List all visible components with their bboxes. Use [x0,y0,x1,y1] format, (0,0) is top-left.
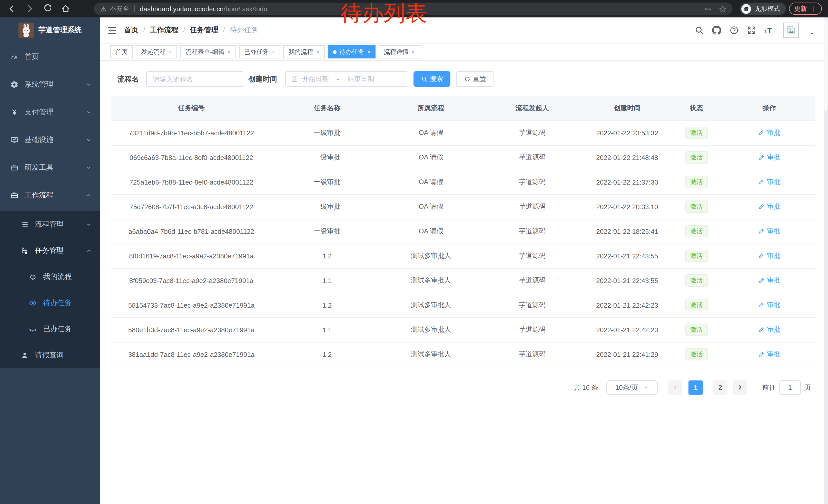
approve-link[interactable]: 审批 [758,350,780,359]
cell-created: 2022-01-22 23:53:32 [585,121,669,145]
prev-page-button[interactable] [668,380,682,395]
sidebar-item-workflow[interactable]: 工作流程 [0,182,100,209]
browser-reload-icon[interactable] [43,4,52,13]
sidebar-item-process-mgmt[interactable]: 流程管理 [0,211,100,237]
approve-link[interactable]: 审批 [758,301,780,310]
tab-3[interactable]: 已办任务 × [239,45,280,58]
help-icon[interactable] [729,26,739,35]
approve-link[interactable]: 审批 [758,227,780,236]
tab-close-icon[interactable]: × [367,49,371,55]
tab-close-icon[interactable]: × [411,49,415,55]
col-task-id: 任务编号 [111,96,272,121]
sidebar-item-task-mgmt[interactable]: 任务管理 [0,237,100,264]
cell-process: 测试多审批人 [382,342,480,367]
status-badge: 激活 [685,348,708,360]
tab-close-icon[interactable]: × [316,49,320,55]
date-range-picker[interactable]: 开始日期 - 结束日期 [285,71,408,87]
breadcrumb-item[interactable]: 首页 [124,26,138,34]
cell-status: 激活 [669,293,723,317]
browser-back-icon[interactable] [7,4,16,13]
table-row: 8f0d1619-7ac8-11ec-a9e2-a2380e71991a 1.2… [111,243,815,268]
browser-menu-icon[interactable] [810,5,817,12]
tab-6[interactable]: 流程详情 × [379,45,420,58]
cell-starter: 芋道源码 [480,317,585,342]
font-size-icon[interactable]: TT [764,27,772,34]
search-icon[interactable] [694,26,704,35]
approve-link[interactable]: 审批 [758,128,780,137]
calendar-icon [291,75,298,83]
fullscreen-icon[interactable] [747,26,756,35]
avatar[interactable] [783,22,799,38]
reset-button[interactable]: 重置 [456,71,494,87]
url-text: dashboard.yudao.iocoder.cn/bpm/task/todo [140,5,267,12]
breadcrumb-item[interactable]: 工作流程 [150,26,178,34]
tab-1[interactable]: 发起流程 × [136,45,177,58]
approve-link[interactable]: 审批 [758,276,780,285]
tab-5[interactable]: 待办任务 × [328,45,376,58]
bookmark-star-icon[interactable] [719,5,727,12]
approve-link[interactable]: 审批 [758,202,780,211]
browser-home-icon[interactable] [61,4,70,13]
cell-task-id: 381aa1dd-7ac8-11ec-a9e2-a2380e71991a [111,342,272,367]
cell-actions: 审批 [723,293,815,317]
sidebar-item-label: 基础设施 [25,135,53,145]
page-number-button[interactable]: 1 [689,380,703,395]
sidebar-item-my-process[interactable]: 我的流程 [0,264,100,290]
sidebar-item-infrastructure[interactable]: 基础设施 [0,126,100,154]
chevron-icon [86,82,92,88]
app-title: 芋道管理系统 [38,26,82,35]
breadcrumb: 首页/ 工作流程/ 任务管理/ 待办任务 [124,26,258,35]
sidebar-item-home[interactable]: 首页 [0,43,100,71]
tab-2[interactable]: 流程表单-编辑 × [180,45,236,58]
page-size-select[interactable]: 10条/页 [606,380,658,395]
tab-close-icon[interactable]: × [227,49,231,55]
tab-home[interactable]: 首页 [110,45,133,58]
tab-close-icon[interactable]: × [169,49,172,55]
approve-link[interactable]: 审批 [758,153,780,162]
next-page-button[interactable] [733,380,747,395]
browser-forward-icon[interactable] [25,4,34,13]
sidebar-item-label: 首页 [25,52,39,61]
page-number-button[interactable]: 2 [713,380,728,395]
cell-task-id: 58154733-7ac8-11ec-a9e2-a2380e71991a [111,293,272,317]
approve-link[interactable]: 审批 [758,325,780,334]
sidebar-item-payment-mgmt[interactable]: 支付管理 [0,98,100,126]
url-divider [134,5,135,12]
cell-process: 测试多审批人 [382,317,480,342]
key-icon[interactable] [704,5,711,12]
reset-button-icon [464,76,470,82]
cell-actions: 审批 [723,317,815,342]
browser-update-button[interactable]: 更新 [789,3,822,15]
cell-task-id: 725a1eb6-7b88-11ec-8ef0-acde48001122 [111,170,272,194]
cell-task-name: 一级审批 [272,121,382,145]
sidebar-item-dev-tools[interactable]: 研发工具 [0,154,100,182]
avatar-caret-icon[interactable] [809,31,815,36]
status-badge: 激活 [685,176,708,188]
github-icon[interactable] [712,26,721,35]
window-scrollbar[interactable] [824,17,828,504]
goto-page-input[interactable] [779,380,801,395]
sidebar-item-system-mgmt[interactable]: 系统管理 [0,71,100,98]
cell-task-name: 1.1 [272,317,382,342]
cell-status: 激活 [669,243,723,268]
approve-link[interactable]: 审批 [758,251,780,261]
cell-process: OA 请假 [382,170,480,194]
list-icon [20,220,29,228]
sidebar-collapse-icon[interactable] [107,26,117,35]
cell-task-name: 一级审批 [272,170,382,194]
cell-created: 2022-01-21 22:43:55 [585,268,669,293]
approve-link[interactable]: 审批 [758,177,780,187]
sidebar-item-done-tasks[interactable]: 已办任务 [0,316,100,342]
app-logo-row[interactable]: 芋道管理系统 [0,17,100,43]
scrollbar-thumb[interactable] [824,18,827,111]
tab-close-icon[interactable]: × [272,49,275,55]
sidebar-item-todo-tasks[interactable]: 待办任务 [0,290,100,316]
status-badge: 激活 [685,250,708,262]
cell-process: 测试多审批人 [382,268,480,293]
search-button[interactable]: 搜索 [413,71,450,87]
tab-4[interactable]: 我的流程 × [283,45,325,58]
breadcrumb-item[interactable]: 任务管理 [190,26,218,34]
sidebar-item-leave-query[interactable]: 请假查询 [0,342,100,368]
process-name-input[interactable] [146,71,244,87]
breadcrumb-separator: / [183,26,185,34]
